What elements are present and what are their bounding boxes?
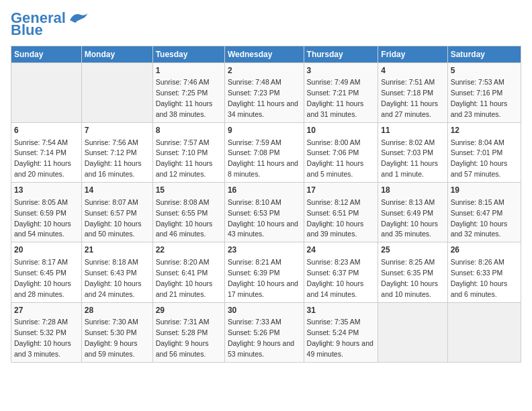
calendar-cell: [378, 302, 447, 362]
day-info: Sunrise: 8:10 AM Sunset: 6:53 PM Dayligh…: [228, 198, 298, 238]
day-info: Sunrise: 8:15 AM Sunset: 6:47 PM Dayligh…: [451, 198, 508, 238]
day-number: 24: [307, 244, 375, 256]
day-number: 11: [381, 125, 444, 136]
calendar-cell: 6Sunrise: 7:54 AM Sunset: 7:14 PM Daylig…: [11, 123, 82, 183]
calendar-cell: 18Sunrise: 8:13 AM Sunset: 6:49 PM Dayli…: [378, 183, 447, 242]
day-number: 3: [307, 65, 375, 77]
calendar-cell: 28Sunrise: 7:30 AM Sunset: 5:30 PM Dayli…: [81, 302, 152, 362]
weekday-header: Thursday: [304, 46, 378, 63]
calendar-cell: 8Sunrise: 7:57 AM Sunset: 7:10 PM Daylig…: [152, 123, 224, 183]
day-number: 15: [156, 185, 222, 196]
day-info: Sunrise: 7:31 AM Sunset: 5:28 PM Dayligh…: [156, 318, 210, 358]
day-info: Sunrise: 7:54 AM Sunset: 7:14 PM Dayligh…: [14, 138, 71, 179]
day-info: Sunrise: 8:18 AM Sunset: 6:43 PM Dayligh…: [85, 258, 142, 298]
day-info: Sunrise: 8:25 AM Sunset: 6:35 PM Dayligh…: [381, 258, 438, 298]
day-number: 10: [307, 125, 375, 136]
day-info: Sunrise: 8:00 AM Sunset: 7:06 PM Dayligh…: [307, 138, 364, 179]
calendar-cell: 21Sunrise: 8:18 AM Sunset: 6:43 PM Dayli…: [81, 242, 152, 302]
page-header: General Blue: [11, 11, 521, 38]
day-number: 21: [85, 244, 150, 256]
calendar-cell: 10Sunrise: 8:00 AM Sunset: 7:06 PM Dayli…: [304, 123, 378, 183]
day-number: 19: [451, 185, 518, 196]
calendar-table: SundayMondayTuesdayWednesdayThursdayFrid…: [11, 46, 521, 363]
day-info: Sunrise: 7:28 AM Sunset: 5:32 PM Dayligh…: [14, 318, 71, 358]
day-info: Sunrise: 8:13 AM Sunset: 6:49 PM Dayligh…: [381, 198, 438, 238]
day-info: Sunrise: 8:20 AM Sunset: 6:41 PM Dayligh…: [156, 258, 213, 298]
weekday-header: Monday: [81, 46, 152, 63]
day-info: Sunrise: 8:02 AM Sunset: 7:03 PM Dayligh…: [381, 138, 438, 179]
day-number: 25: [381, 244, 444, 256]
calendar-cell: 23Sunrise: 8:21 AM Sunset: 6:39 PM Dayli…: [224, 242, 304, 302]
day-number: 14: [85, 185, 150, 196]
day-info: Sunrise: 8:05 AM Sunset: 6:59 PM Dayligh…: [14, 198, 71, 238]
calendar-cell: 20Sunrise: 8:17 AM Sunset: 6:45 PM Dayli…: [11, 242, 82, 302]
weekday-header: Sunday: [11, 46, 82, 63]
weekday-header: Wednesday: [224, 46, 304, 63]
calendar-week-row: 27Sunrise: 7:28 AM Sunset: 5:32 PM Dayli…: [11, 302, 521, 362]
calendar-cell: 30Sunrise: 7:33 AM Sunset: 5:26 PM Dayli…: [224, 302, 304, 362]
day-info: Sunrise: 7:48 AM Sunset: 7:23 PM Dayligh…: [228, 78, 298, 118]
calendar-week-row: 1Sunrise: 7:46 AM Sunset: 7:25 PM Daylig…: [11, 63, 521, 123]
day-info: Sunrise: 8:23 AM Sunset: 6:37 PM Dayligh…: [307, 258, 364, 298]
day-info: Sunrise: 7:46 AM Sunset: 7:25 PM Dayligh…: [156, 78, 213, 118]
day-number: 6: [14, 125, 79, 136]
calendar-cell: [11, 63, 82, 123]
calendar-cell: 7Sunrise: 7:56 AM Sunset: 7:12 PM Daylig…: [81, 123, 152, 183]
day-number: 8: [156, 125, 222, 136]
calendar-cell: 9Sunrise: 7:59 AM Sunset: 7:08 PM Daylig…: [224, 123, 304, 183]
calendar-week-row: 6Sunrise: 7:54 AM Sunset: 7:14 PM Daylig…: [11, 123, 521, 183]
calendar-cell: 29Sunrise: 7:31 AM Sunset: 5:28 PM Dayli…: [152, 302, 224, 362]
day-info: Sunrise: 7:56 AM Sunset: 7:12 PM Dayligh…: [85, 138, 142, 179]
day-number: 18: [381, 185, 444, 196]
calendar-cell: 25Sunrise: 8:25 AM Sunset: 6:35 PM Dayli…: [378, 242, 447, 302]
calendar-cell: 31Sunrise: 7:35 AM Sunset: 5:24 PM Dayli…: [304, 302, 378, 362]
calendar-cell: 4Sunrise: 7:51 AM Sunset: 7:18 PM Daylig…: [378, 63, 447, 123]
calendar-cell: 27Sunrise: 7:28 AM Sunset: 5:32 PM Dayli…: [11, 302, 82, 362]
day-info: Sunrise: 8:08 AM Sunset: 6:55 PM Dayligh…: [156, 198, 213, 238]
day-info: Sunrise: 7:53 AM Sunset: 7:16 PM Dayligh…: [451, 78, 508, 118]
day-number: 22: [156, 244, 222, 256]
logo-blue: Blue: [11, 23, 43, 38]
calendar-cell: 26Sunrise: 8:26 AM Sunset: 6:33 PM Dayli…: [447, 242, 521, 302]
day-number: 13: [14, 185, 79, 196]
calendar-cell: 19Sunrise: 8:15 AM Sunset: 6:47 PM Dayli…: [447, 183, 521, 242]
day-number: 1: [156, 65, 222, 77]
day-info: Sunrise: 8:07 AM Sunset: 6:57 PM Dayligh…: [85, 198, 142, 238]
day-info: Sunrise: 7:57 AM Sunset: 7:10 PM Dayligh…: [156, 138, 213, 179]
calendar-cell: 14Sunrise: 8:07 AM Sunset: 6:57 PM Dayli…: [81, 183, 152, 242]
calendar-cell: 11Sunrise: 8:02 AM Sunset: 7:03 PM Dayli…: [378, 123, 447, 183]
day-info: Sunrise: 8:04 AM Sunset: 7:01 PM Dayligh…: [451, 138, 508, 179]
day-number: 4: [381, 65, 444, 77]
weekday-header: Saturday: [447, 46, 521, 63]
logo: General Blue: [11, 11, 89, 38]
day-info: Sunrise: 7:33 AM Sunset: 5:26 PM Dayligh…: [228, 318, 294, 358]
day-number: 7: [85, 125, 150, 136]
calendar-cell: 1Sunrise: 7:46 AM Sunset: 7:25 PM Daylig…: [152, 63, 224, 123]
calendar-cell: 3Sunrise: 7:49 AM Sunset: 7:21 PM Daylig…: [304, 63, 378, 123]
calendar-cell: 17Sunrise: 8:12 AM Sunset: 6:51 PM Dayli…: [304, 183, 378, 242]
day-number: 12: [451, 125, 518, 136]
calendar-body: 1Sunrise: 7:46 AM Sunset: 7:25 PM Daylig…: [11, 63, 521, 363]
calendar-cell: 15Sunrise: 8:08 AM Sunset: 6:55 PM Dayli…: [152, 183, 224, 242]
day-info: Sunrise: 8:21 AM Sunset: 6:39 PM Dayligh…: [228, 258, 298, 298]
calendar-week-row: 20Sunrise: 8:17 AM Sunset: 6:45 PM Dayli…: [11, 242, 521, 302]
day-number: 17: [307, 185, 375, 196]
day-number: 30: [228, 305, 301, 316]
calendar-cell: 5Sunrise: 7:53 AM Sunset: 7:16 PM Daylig…: [447, 63, 521, 123]
day-number: 2: [228, 65, 301, 77]
calendar-cell: 16Sunrise: 8:10 AM Sunset: 6:53 PM Dayli…: [224, 183, 304, 242]
calendar-cell: 24Sunrise: 8:23 AM Sunset: 6:37 PM Dayli…: [304, 242, 378, 302]
day-info: Sunrise: 7:30 AM Sunset: 5:30 PM Dayligh…: [85, 318, 138, 358]
day-number: 28: [85, 305, 150, 316]
calendar-cell: 12Sunrise: 8:04 AM Sunset: 7:01 PM Dayli…: [447, 123, 521, 183]
day-info: Sunrise: 7:51 AM Sunset: 7:18 PM Dayligh…: [381, 78, 438, 118]
day-info: Sunrise: 8:17 AM Sunset: 6:45 PM Dayligh…: [14, 258, 71, 298]
calendar-cell: 22Sunrise: 8:20 AM Sunset: 6:41 PM Dayli…: [152, 242, 224, 302]
day-number: 31: [307, 305, 375, 316]
day-info: Sunrise: 7:49 AM Sunset: 7:21 PM Dayligh…: [307, 78, 364, 118]
calendar-week-row: 13Sunrise: 8:05 AM Sunset: 6:59 PM Dayli…: [11, 183, 521, 242]
day-info: Sunrise: 8:12 AM Sunset: 6:51 PM Dayligh…: [307, 198, 364, 238]
day-number: 23: [228, 244, 301, 256]
day-info: Sunrise: 7:35 AM Sunset: 5:24 PM Dayligh…: [307, 318, 373, 358]
day-number: 5: [451, 65, 518, 77]
